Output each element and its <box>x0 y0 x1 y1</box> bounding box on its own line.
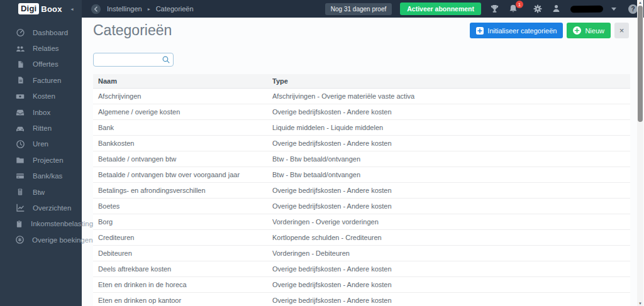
breadcrumb: Instellingen ▸ Categorieën <box>91 4 194 14</box>
table-row[interactable]: Deels aftrekbare kostenOverige bedrijfsk… <box>93 261 630 277</box>
sidebar-item-ritten[interactable]: Ritten <box>0 120 82 136</box>
sidebar-item-label: Overige boekingen <box>32 236 93 244</box>
cell-naam: Betalings- en afrondingsverschillen <box>93 187 272 194</box>
sidebar-item-label: Bank/kas <box>33 172 62 180</box>
cell-type: Overige bedrijfskosten - Andere kosten <box>272 202 630 210</box>
sidebar-item-projecten[interactable]: Projecten <box>0 152 82 168</box>
sidebar-item-label: Kosten <box>33 92 55 100</box>
cell-type: Btw - Btw betaald/ontvangen <box>272 171 630 178</box>
sidebar-item-bank-kas[interactable]: Bank/kas <box>0 168 82 184</box>
brand-logo[interactable]: Digi Boox ◄ <box>0 0 82 18</box>
cell-naam: Bankkosten <box>93 139 272 147</box>
sidebar-item-label: Uren <box>33 140 48 148</box>
table-row[interactable]: BankkostenOverige bedrijfskosten - Ander… <box>93 136 630 151</box>
sidebar-item-overige-boekingen[interactable]: Overige boekingen <box>0 232 82 248</box>
plus-circle-icon <box>573 26 581 35</box>
sidebar-item-label: Overzichten <box>33 204 71 212</box>
sidebar-item-btw[interactable]: Btw <box>0 184 82 200</box>
cell-type: Btw - Btw betaald/ontvangen <box>272 155 630 163</box>
table-row[interactable]: Eten en drinken op kantoorOverige bedrij… <box>93 293 630 306</box>
users-icon <box>15 43 25 53</box>
sidebar-collapse-icon[interactable]: ◄ <box>70 7 74 11</box>
help-icon[interactable]: ? <box>628 4 638 14</box>
main-content: Categorieën Initialiseer categorieën Nie… <box>82 18 644 306</box>
cell-naam: Boetes <box>93 202 272 210</box>
caret-down-icon[interactable] <box>611 8 616 11</box>
search <box>93 53 174 67</box>
trophy-icon[interactable] <box>489 4 500 14</box>
sidebar-item-inbox[interactable]: Inbox <box>0 104 82 120</box>
trial-days-badge: Nog 31 dagen proef <box>325 3 392 15</box>
cell-naam: Betaalde / ontvangen btw <box>93 155 272 163</box>
cell-naam: Bank <box>93 124 272 131</box>
activate-subscription-button[interactable]: Activeer abonnement <box>400 3 481 15</box>
table-row[interactable]: DebiteurenVorderingen - Debiteuren <box>93 246 630 261</box>
sidebar-item-inkomstenbelasting[interactable]: Inkomstenbelasting <box>0 216 82 232</box>
plus-square-icon <box>476 27 484 35</box>
circle-asterisk-icon <box>15 235 25 245</box>
sidebar-item-label: Facturen <box>33 77 61 84</box>
cell-type: Overige bedrijfskosten - Andere kosten <box>272 108 630 116</box>
document-icon <box>15 59 25 69</box>
user-icon[interactable] <box>552 4 562 14</box>
calculator-icon <box>15 187 25 197</box>
cell-naam: Betaalde / ontvangen btw over voorgaand … <box>93 171 272 178</box>
sidebar-item-dashboard[interactable]: Dashboard <box>0 25 82 40</box>
scrollbar-up-icon[interactable]: ▲ <box>637 0 643 5</box>
column-header-naam: Naam <box>93 77 272 85</box>
table-row[interactable]: BankLiquide middelen - Liquide middelen <box>93 120 630 136</box>
new-button[interactable]: Nieuw <box>567 23 611 38</box>
sidebar-item-uren[interactable]: Uren <box>0 136 82 152</box>
inbox-icon <box>15 107 25 117</box>
account-name-redacted[interactable] <box>570 5 603 13</box>
money-icon <box>15 91 25 101</box>
table-row[interactable]: BoetesOverige bedrijfskosten - Andere ko… <box>93 199 630 214</box>
breadcrumb-instellingen[interactable]: Instellingen <box>107 5 142 13</box>
table-header: Naam Type <box>93 74 630 89</box>
app-window: Digi Boox ◄ DashboardRelatiesOffertesFac… <box>0 0 644 306</box>
column-header-type: Type <box>272 77 630 85</box>
table-row[interactable]: Betaalde / ontvangen btwBtw - Btw betaal… <box>93 151 630 167</box>
sidebar-item-overzichten[interactable]: Overzichten <box>0 200 82 216</box>
clipboard-icon <box>15 219 23 229</box>
sidebar: Digi Boox ◄ DashboardRelatiesOffertesFac… <box>0 0 82 306</box>
scrollbar-thumb[interactable] <box>638 6 643 122</box>
sidebar-item-label: Relaties <box>33 45 59 52</box>
sidebar-item-label: Inbox <box>33 109 50 116</box>
sidebar-item-label: Projecten <box>33 156 64 164</box>
sidebar-item-label: Btw <box>33 189 45 196</box>
cell-naam: Afschrijvingen <box>93 92 272 100</box>
table-row[interactable]: Eten en drinken in de horecaOverige bedr… <box>93 277 630 293</box>
sidebar-item-relaties[interactable]: Relaties <box>0 40 82 56</box>
cell-type: Kortlopende schulden - Crediteuren <box>272 234 630 241</box>
sidebar-item-facturen[interactable]: Facturen <box>0 72 82 88</box>
back-circle-icon[interactable] <box>91 4 101 14</box>
table-row[interactable]: Betaalde / ontvangen btw over voorgaand … <box>93 167 630 183</box>
sidebar-item-kosten[interactable]: Kosten <box>0 89 82 104</box>
gear-icon[interactable] <box>533 4 543 14</box>
page-title: Categorieën <box>93 22 172 39</box>
invoice-icon <box>15 75 25 85</box>
table-row[interactable]: Algemene / overige kostenOverige bedrijf… <box>93 104 630 120</box>
scrollbar-down-icon[interactable]: ▼ <box>637 301 643 306</box>
table-row[interactable]: CrediteurenKortlopende schulden - Credit… <box>93 230 630 246</box>
table-row[interactable]: BorgVorderingen - Overige vorderingen <box>93 214 630 230</box>
vertical-scrollbar[interactable]: ▲ ▼ <box>637 0 643 306</box>
chart-icon <box>15 203 25 213</box>
search-input[interactable] <box>93 53 174 67</box>
cell-naam: Eten en drinken op kantoor <box>93 297 272 304</box>
cell-type: Vorderingen - Debiteuren <box>272 249 630 257</box>
page-actions: Initialiseer categorieën Nieuw × <box>470 23 629 38</box>
cell-naam: Eten en drinken in de horeca <box>93 281 272 288</box>
sidebar-item-label: Dashboard <box>33 29 68 36</box>
cell-type: Vorderingen - Overige vorderingen <box>272 218 630 226</box>
close-button[interactable]: × <box>614 23 629 38</box>
clock-icon <box>15 139 25 149</box>
sidebar-item-offertes[interactable]: Offertes <box>0 57 82 72</box>
notification-count-badge[interactable]: 1 <box>516 1 523 8</box>
breadcrumb-categorieen[interactable]: Categorieën <box>156 5 194 13</box>
initialize-categories-button[interactable]: Initialiseer categorieën <box>470 23 563 38</box>
table-row[interactable]: AfschrijvingenAfschrijvingen - Overige m… <box>93 89 630 104</box>
table-row[interactable]: Betalings- en afrondingsverschillenOveri… <box>93 183 630 199</box>
cell-type: Overige bedrijfskosten - Andere kosten <box>272 265 630 273</box>
